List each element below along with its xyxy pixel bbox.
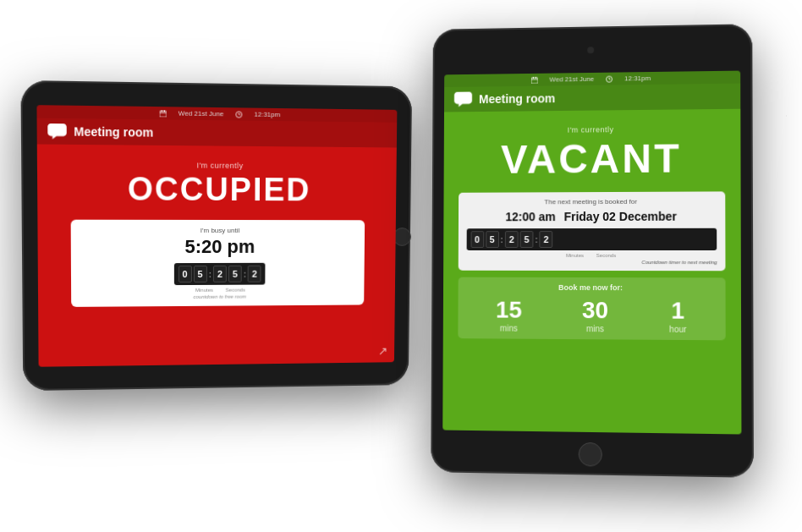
busy-label: I'm busy until <box>200 227 239 234</box>
app-header-right: Meeting room <box>444 84 740 112</box>
r-sep-2: : <box>535 235 537 244</box>
book-number-30: 30 <box>582 299 608 322</box>
chat-icon-left <box>47 123 67 140</box>
book-options: 15 mins 30 mins 1 hour <box>466 299 717 335</box>
scene: Wed 21st June 12:31pm Meeting room <box>0 0 802 532</box>
digit-0: 0 <box>179 266 192 282</box>
r-digit-0: 0 <box>470 231 484 248</box>
clock-icon-left <box>235 111 242 118</box>
minutes-label-left: Minutes <box>190 288 219 293</box>
sep-1: : <box>209 269 211 278</box>
calendar-icon-right <box>531 76 538 83</box>
svg-rect-9 <box>536 76 536 78</box>
countdown-labels-left: Minutes Seconds <box>82 287 354 293</box>
book-unit-1hour: hour <box>669 325 686 334</box>
clock-icon-right <box>606 75 612 82</box>
corner-arrow-left: ↗ <box>378 344 388 358</box>
r-sep-1: : <box>501 235 503 244</box>
ipad-occupied: Wed 21st June 12:31pm Meeting room <box>20 80 412 391</box>
digit-3: 5 <box>228 266 242 282</box>
chat-icon-right <box>454 92 473 107</box>
camera-right <box>587 47 594 53</box>
book-unit-30: mins <box>586 324 604 333</box>
svg-rect-7 <box>531 77 538 83</box>
svg-rect-2 <box>164 110 165 112</box>
digit-1: 5 <box>194 266 207 282</box>
status-vacant: VACANT <box>501 134 682 182</box>
sep-2: : <box>244 269 246 278</box>
countdown-note-left: countdown to free room <box>193 294 246 299</box>
r-digit-3: 5 <box>520 231 534 248</box>
book-unit-15: mins <box>500 324 518 333</box>
currently-label-right: I'm currently <box>568 125 614 134</box>
book-number-15: 15 <box>496 299 522 322</box>
time-left: 12:31pm <box>254 111 280 118</box>
time-right: 12:31pm <box>624 74 651 82</box>
home-button-left[interactable] <box>393 228 411 246</box>
meeting-date: Friday 02 December <box>564 210 677 223</box>
app-title-right: Meeting room <box>479 91 555 106</box>
book-now-panel: Book me now for: 15 mins 30 mins 1 hour <box>458 277 726 341</box>
screen-vacant: Wed 21st June 12:31pm Meeting room <box>442 71 741 435</box>
next-meeting-label: The next meeting is booked for <box>466 197 717 206</box>
home-button-right[interactable] <box>579 442 602 467</box>
meeting-time: 12:00 am <box>505 210 555 223</box>
svg-rect-1 <box>161 110 162 112</box>
app-title-left: Meeting room <box>74 124 153 139</box>
countdown-note-right: Countdown timer to next meeting <box>466 260 717 265</box>
screen-occupied: Wed 21st June 12:31pm Meeting room <box>36 105 397 367</box>
ipad-vacant: Wed 21st June 12:31pm Meeting room <box>431 24 754 478</box>
book-option-30[interactable]: 30 mins <box>582 299 608 333</box>
countdown-right: 0 5 : 2 5 : 2 <box>466 228 717 250</box>
r-digit-2: 2 <box>505 231 519 248</box>
busy-panel: I'm busy until 5:20 pm 0 5 : 2 5 : 2 Min… <box>71 220 365 307</box>
app-header-left: Meeting room <box>37 118 398 148</box>
countdown-left: 0 5 : 2 5 : 2 <box>174 263 266 285</box>
r-digit-4: 2 <box>540 231 553 248</box>
book-label: Book me now for: <box>466 283 717 293</box>
currently-label-left: I'm currently <box>196 161 243 169</box>
book-option-15[interactable]: 15 mins <box>496 299 522 333</box>
status-occupied: OCCUPIED <box>128 171 311 208</box>
svg-rect-8 <box>533 76 534 78</box>
date-right: Wed 21st June <box>549 75 594 84</box>
date-left: Wed 21st June <box>179 109 224 118</box>
countdown-labels-right: Minutes Seconds <box>466 253 717 258</box>
seconds-label-right: Seconds <box>591 253 621 258</box>
book-option-1hour[interactable]: 1 hour <box>669 299 686 334</box>
busy-time: 5:20 pm <box>184 236 255 258</box>
digit-4: 2 <box>248 266 261 282</box>
book-number-1hour: 1 <box>671 299 684 322</box>
meeting-time-row: 12:00 am Friday 02 December <box>466 210 717 224</box>
digit-2: 2 <box>213 266 227 282</box>
calendar-icon-left <box>159 110 166 117</box>
seconds-label-left: Seconds <box>221 288 250 293</box>
next-meeting-panel: The next meeting is booked for 12:00 am … <box>458 191 726 271</box>
svg-rect-0 <box>159 111 166 117</box>
minutes-label-right: Minutes <box>560 253 590 258</box>
r-digit-1: 5 <box>486 231 499 248</box>
